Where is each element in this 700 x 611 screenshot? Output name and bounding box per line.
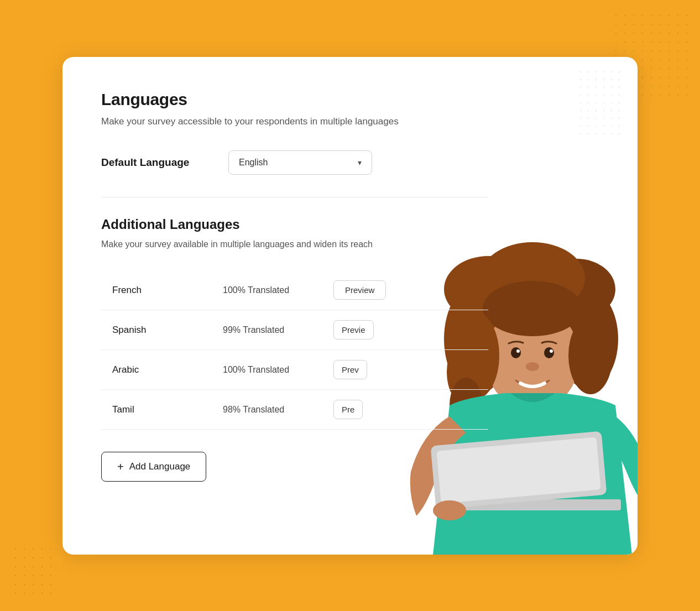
svg-point-9	[544, 347, 554, 358]
table-row: French 100% Translated Preview	[101, 270, 488, 310]
table-row: Tamil 98% Translated Pre	[101, 390, 488, 430]
card-dots-decoration	[577, 68, 626, 134]
language-list: French 100% Translated Preview Spanish 9…	[101, 270, 488, 430]
language-status-spanish: 99% Translated	[223, 325, 333, 335]
section-divider	[101, 197, 488, 197]
languages-subtitle: Make your survey accessible to your resp…	[101, 114, 488, 129]
svg-point-2	[557, 289, 618, 389]
svg-point-21	[433, 500, 466, 520]
add-language-label: Add Language	[129, 461, 191, 472]
svg-point-11	[550, 349, 553, 353]
default-language-dropdown[interactable]: English ▾	[228, 150, 372, 175]
preview-button-arabic[interactable]: Prev	[333, 360, 367, 379]
svg-point-5	[480, 242, 585, 314]
preview-button-spanish[interactable]: Previe	[333, 320, 374, 340]
table-row: Spanish 99% Translated Previe	[101, 310, 488, 350]
svg-point-12	[526, 362, 539, 371]
language-status-french: 100% Translated	[223, 285, 333, 295]
preview-button-tamil[interactable]: Pre	[333, 400, 363, 419]
plus-icon: +	[117, 461, 124, 472]
additional-languages-subtitle: Make your survey available in multiple l…	[101, 238, 488, 251]
main-card: Languages Make your survey accessible to…	[62, 57, 638, 555]
language-name-french: French	[112, 285, 223, 296]
svg-rect-6	[519, 378, 546, 405]
dots-decoration-bottom-left	[11, 545, 55, 600]
chevron-down-icon: ▾	[358, 158, 362, 167]
language-status-arabic: 100% Translated	[223, 365, 333, 375]
preview-button-french[interactable]: Preview	[333, 280, 386, 300]
language-status-tamil: 98% Translated	[223, 405, 333, 415]
content-area: Languages Make your survey accessible to…	[101, 90, 488, 482]
language-name-arabic: Arabic	[112, 364, 223, 375]
svg-point-8	[511, 347, 521, 358]
languages-title: Languages	[101, 90, 488, 109]
add-language-button[interactable]: + Add Language	[101, 452, 206, 482]
svg-point-7	[485, 306, 579, 411]
svg-point-13	[483, 281, 582, 336]
table-row: Arabic 100% Translated Prev	[101, 350, 488, 390]
default-language-value: English	[239, 158, 268, 168]
default-language-row: Default Language English ▾	[101, 150, 488, 175]
svg-point-4	[538, 259, 615, 320]
additional-languages-title: Additional Languages	[101, 217, 488, 232]
svg-rect-18	[444, 499, 621, 510]
svg-point-10	[516, 349, 520, 353]
default-language-label: Default Language	[101, 156, 212, 169]
svg-point-15	[568, 317, 613, 394]
language-name-spanish: Spanish	[112, 325, 223, 336]
language-name-tamil: Tamil	[112, 404, 223, 415]
